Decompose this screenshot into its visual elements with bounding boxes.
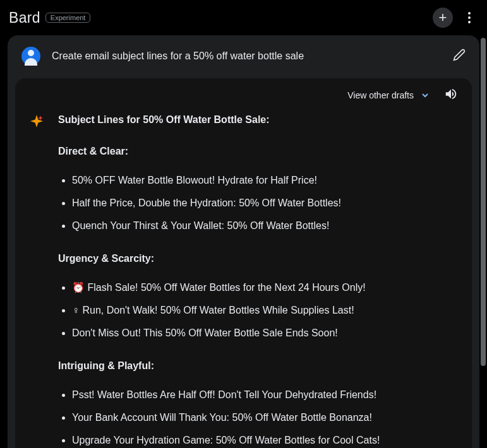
list-item: ⏰ Flash Sale! 50% Off Water Bottles for …: [72, 280, 458, 295]
bullet-list: 50% OFF Water Bottle Blowout! Hydrate fo…: [58, 173, 458, 233]
list-item: Your Bank Account Will Thank You: 50% Of…: [72, 410, 458, 425]
speaker-icon: [444, 87, 458, 101]
list-item: Psst! Water Bottles Are Half Off! Don't …: [72, 387, 458, 403]
chevron-down-icon: [420, 90, 430, 100]
main-content: Create email subject lines for a 50% off…: [0, 35, 487, 448]
text-to-speech-button[interactable]: [444, 87, 458, 103]
scrollbar-thumb[interactable]: [481, 38, 486, 366]
section-heading: Direct & Clear:: [58, 144, 458, 159]
plus-icon: +: [439, 11, 447, 25]
new-chat-button[interactable]: +: [433, 8, 453, 28]
bard-spark-icon: [29, 114, 44, 448]
bullet-list: Psst! Water Bottles Are Half Off! Don't …: [58, 387, 458, 448]
scrollbar[interactable]: [481, 35, 486, 439]
list-item: ♀ Run, Don't Walk! 50% Off Water Bottles…: [72, 303, 458, 318]
user-avatar: [21, 47, 40, 66]
conversation-container: Create email subject lines for a 50% off…: [8, 35, 479, 448]
response-card: View other drafts: [15, 78, 472, 448]
prompt-text: Create email subject lines for a 50% off…: [52, 50, 304, 62]
list-item: Half the Price, Double the Hydration: 50…: [72, 196, 458, 211]
response-header: View other drafts: [15, 78, 472, 112]
list-item: Don't Miss Out! This 50% Off Water Bottl…: [72, 326, 458, 341]
prompt-row: Create email subject lines for a 50% off…: [8, 35, 479, 77]
edit-prompt-button[interactable]: [453, 49, 466, 64]
list-item: Upgrade Your Hydration Game: 50% Off Wat…: [72, 433, 458, 448]
brand-name: Bard: [9, 9, 40, 27]
view-drafts-button[interactable]: View other drafts: [347, 90, 430, 100]
list-item: Quench Your Thirst & Your Wallet: 50% Of…: [72, 218, 458, 233]
more-menu-button[interactable]: [462, 10, 477, 25]
more-vertical-icon: [468, 12, 471, 23]
drafts-label: View other drafts: [347, 90, 414, 100]
bullet-list: ⏰ Flash Sale! 50% Off Water Bottles for …: [58, 280, 458, 341]
header-left: Bard Experiment: [9, 9, 90, 27]
response-title: Subject Lines for 50% Off Water Bottle S…: [58, 112, 458, 127]
response-content: Subject Lines for 50% Off Water Bottle S…: [58, 112, 458, 448]
experiment-badge: Experiment: [45, 13, 91, 23]
section-heading: Intriguing & Playful:: [58, 358, 458, 374]
section-heading: Urgency & Scarcity:: [58, 251, 458, 266]
header-right: +: [433, 8, 477, 28]
pencil-icon: [453, 49, 466, 61]
app-header: Bard Experiment +: [0, 0, 487, 35]
list-item: 50% OFF Water Bottle Blowout! Hydrate fo…: [72, 173, 458, 188]
response-body: Subject Lines for 50% Off Water Bottle S…: [15, 112, 472, 448]
prompt-left: Create email subject lines for a 50% off…: [21, 47, 304, 66]
